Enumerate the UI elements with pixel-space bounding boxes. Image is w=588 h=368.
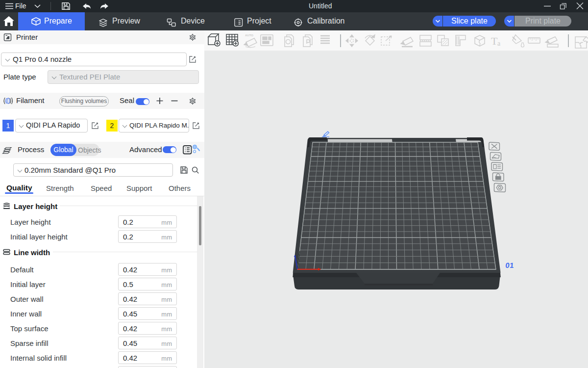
svg-text:T: T xyxy=(491,35,498,47)
svg-text:a: a xyxy=(497,40,501,47)
svg-text:AUTO: AUTO xyxy=(245,34,253,37)
svg-text:01: 01 xyxy=(505,261,514,269)
